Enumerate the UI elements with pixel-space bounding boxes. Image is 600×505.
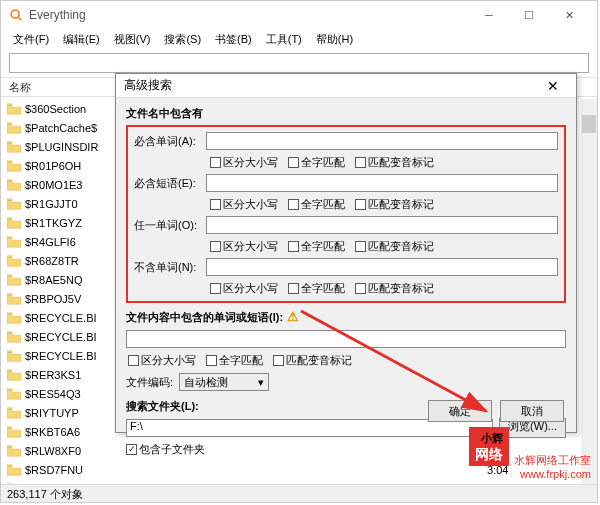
cancel-button[interactable]: 取消 (500, 400, 564, 422)
chk-whole-3[interactable]: 全字匹配 (288, 239, 345, 254)
folder-icon (7, 179, 21, 191)
label-any-words: 任一单词(O): (134, 218, 206, 233)
folder-icon (7, 141, 21, 153)
advanced-search-dialog: 高级搜索 ✕ 文件名中包含有 必含单词(A): 区分大小写 全字匹配 匹配变音标… (115, 73, 577, 433)
folder-icon (7, 388, 21, 400)
menu-bookmarks[interactable]: 书签(B) (209, 30, 258, 49)
folder-icon (7, 464, 21, 476)
menu-edit[interactable]: 编辑(E) (57, 30, 106, 49)
chk-case-3[interactable]: 区分大小写 (210, 239, 278, 254)
chk-accent-2[interactable]: 匹配变音标记 (355, 197, 434, 212)
svg-line-1 (18, 17, 21, 20)
main-window: Everything ─ ☐ ✕ 文件(F) 编辑(E) 视图(V) 搜索(S)… (0, 0, 598, 503)
row-name: $RSD7FNU (25, 464, 307, 476)
warning-icon: ⚠ (287, 309, 299, 324)
encoding-label: 文件编码: (126, 375, 173, 390)
menu-file[interactable]: 文件(F) (7, 30, 55, 49)
folder-icon (7, 369, 21, 381)
chk-case-2[interactable]: 区分大小写 (210, 197, 278, 212)
minimize-button[interactable]: ─ (469, 1, 509, 29)
folder-icon (7, 312, 21, 324)
app-icon (9, 8, 23, 22)
folder-icon (7, 426, 21, 438)
input-none-words[interactable] (206, 258, 558, 276)
folder-icon (7, 198, 21, 210)
watermark-brand: 小辉网络 (469, 427, 509, 466)
menu-view[interactable]: 视图(V) (108, 30, 157, 49)
statusbar: 263,117 个对象 (1, 484, 597, 502)
chk-case-content[interactable]: 区分大小写 (128, 353, 196, 368)
watermark: 小辉网络 水辉网络工作室 www.frpkj.com (469, 427, 591, 480)
dialog-titlebar[interactable]: 高级搜索 ✕ (116, 74, 576, 98)
folder-icon (7, 274, 21, 286)
folder-icon (7, 331, 21, 343)
chk-accent-4[interactable]: 匹配变音标记 (355, 281, 434, 296)
menu-search[interactable]: 搜索(S) (158, 30, 207, 49)
chk-accent-1[interactable]: 匹配变音标记 (355, 155, 434, 170)
input-all-words[interactable] (206, 132, 558, 150)
input-any-words[interactable] (206, 216, 558, 234)
svg-point-0 (11, 10, 19, 18)
folder-icon (7, 236, 21, 248)
folder-icon (7, 122, 21, 134)
folder-icon (7, 293, 21, 305)
filename-fields-group: 必含单词(A): 区分大小写 全字匹配 匹配变音标记 必含短语(E): 区分大小… (126, 125, 566, 303)
folder-icon (7, 255, 21, 267)
menu-tools[interactable]: 工具(T) (260, 30, 308, 49)
watermark-side: 水辉网络工作室 (514, 453, 591, 468)
chk-accent-content[interactable]: 匹配变音标记 (273, 353, 352, 368)
watermark-url: www.frpkj.com (469, 468, 591, 480)
chevron-down-icon: ▾ (258, 376, 264, 389)
menubar: 文件(F) 编辑(E) 视图(V) 搜索(S) 书签(B) 工具(T) 帮助(H… (1, 29, 597, 49)
search-input[interactable] (9, 53, 589, 73)
window-title: Everything (29, 8, 469, 22)
label-phrase: 必含短语(E): (134, 176, 206, 191)
folder-icon (7, 445, 21, 457)
maximize-button[interactable]: ☐ (509, 1, 549, 29)
folder-icon (7, 350, 21, 362)
chk-whole-4[interactable]: 全字匹配 (288, 281, 345, 296)
chk-whole-2[interactable]: 全字匹配 (288, 197, 345, 212)
chk-case-1[interactable]: 区分大小写 (210, 155, 278, 170)
close-button[interactable]: ✕ (549, 1, 589, 29)
folder-icon (7, 217, 21, 229)
folder-icon (7, 407, 21, 419)
chk-case-4[interactable]: 区分大小写 (210, 281, 278, 296)
section-content: 文件内容中包含的单词或短语(I):⚠ (126, 309, 566, 325)
scroll-thumb[interactable] (582, 115, 596, 133)
input-content[interactable] (126, 330, 566, 348)
dialog-title: 高级搜索 (124, 77, 538, 94)
section-filename: 文件名中包含有 (126, 106, 566, 121)
label-all-words: 必含单词(A): (134, 134, 206, 149)
chk-accent-3[interactable]: 匹配变音标记 (355, 239, 434, 254)
label-none-words: 不含单词(N): (134, 260, 206, 275)
encoding-select[interactable]: 自动检测▾ (179, 373, 269, 391)
menu-help[interactable]: 帮助(H) (310, 30, 359, 49)
chk-whole-content[interactable]: 全字匹配 (206, 353, 263, 368)
titlebar: Everything ─ ☐ ✕ (1, 1, 597, 29)
input-phrase[interactable] (206, 174, 558, 192)
folder-icon (7, 103, 21, 115)
folder-icon (7, 160, 21, 172)
dialog-close-icon[interactable]: ✕ (538, 78, 568, 94)
ok-button[interactable]: 确定 (428, 400, 492, 422)
chk-whole-1[interactable]: 全字匹配 (288, 155, 345, 170)
